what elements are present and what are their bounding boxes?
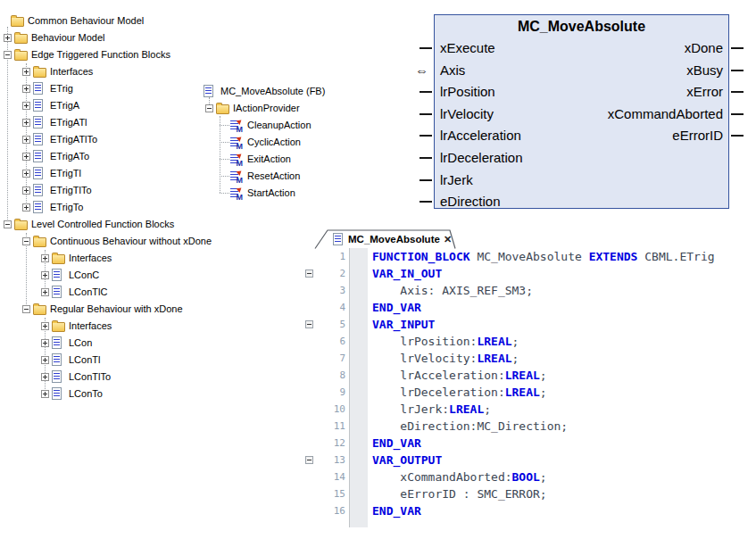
method-arrow-icon (237, 152, 244, 159)
method-icon: M (230, 170, 243, 183)
tree-item-edge-triggered-function-blocks[interactable]: Edge Triggered Function Blocks (0, 46, 303, 63)
code-text: VAR_IN_OUT (368, 265, 442, 282)
code-text: lrDeceleration:LREAL; (368, 384, 547, 401)
line-number: 14 (315, 469, 350, 485)
expand-plus-icon[interactable] (22, 102, 30, 110)
fold-margin (303, 485, 315, 502)
pou-icon (52, 387, 62, 400)
fb-output-pin-xerror: xError (544, 82, 728, 102)
expand-plus-icon[interactable] (22, 187, 30, 195)
code-text: eErrorID : SMC_ERROR; (368, 485, 547, 502)
pou-icon (33, 201, 43, 213)
expand-plus-icon[interactable] (22, 153, 30, 161)
code-text: lrPosition:LREAL; (368, 333, 519, 350)
code-segment: LREAL (505, 369, 540, 382)
expand-plus-icon[interactable] (22, 68, 30, 76)
fold-margin (303, 299, 315, 316)
code-segment: ; (512, 352, 519, 365)
expand-plus-icon[interactable] (41, 390, 49, 398)
expand-plus-icon[interactable] (41, 271, 49, 279)
tree-item-lconto[interactable]: LConTo (0, 386, 303, 402)
pou-icon (52, 353, 62, 366)
tree-item-interfaces[interactable]: Interfaces (0, 63, 303, 80)
breakpoint-margin (350, 350, 368, 367)
code-segment: END_VAR (372, 504, 421, 518)
tree-guide-stub (220, 159, 229, 160)
code-text: END_VAR (368, 435, 421, 452)
code-text: END_VAR (368, 502, 421, 519)
tree-item-continuous-behaviour-without-xdone[interactable]: Continuous Behaviour without xDone (0, 233, 303, 250)
code-segment: END_VAR (372, 436, 421, 450)
fold-margin (303, 469, 315, 485)
code-line: 2VAR_IN_OUT (303, 265, 756, 282)
collapse-minus-icon[interactable] (4, 51, 12, 59)
expand-plus-icon[interactable] (41, 339, 49, 347)
tree-item-lcon[interactable]: LCon (0, 335, 303, 352)
code-text: END_VAR (368, 299, 421, 316)
line-number: 11 (315, 418, 350, 435)
code-line: 5VAR_INPUT (303, 316, 756, 333)
tree-item-behaviour-model[interactable]: Behaviour Model (0, 29, 303, 46)
code-segment: lrVelocity: (372, 352, 477, 365)
tree-item-lcontl[interactable]: LConTl (0, 352, 303, 369)
tree-item-interfaces[interactable]: Interfaces (0, 250, 303, 267)
code-editor[interactable]: 1FUNCTION_BLOCK MC_MoveAbsolute EXTENDS … (303, 248, 756, 527)
code-segment: LREAL (477, 352, 511, 365)
fb-pin-label: lrPosition (440, 84, 495, 99)
expand-plus-icon[interactable] (41, 288, 49, 296)
code-line: 10 lrJerk:LREAL; (303, 401, 756, 418)
expand-plus-icon[interactable] (22, 203, 30, 211)
fold-margin (303, 519, 315, 527)
expand-plus-icon[interactable] (41, 356, 49, 364)
expand-plus-icon[interactable] (22, 136, 30, 144)
folder-icon (52, 322, 65, 332)
code-segment: END_VAR (372, 301, 421, 314)
fb-pin-label: xCommandAborted (608, 106, 723, 121)
fb-pin-label: xBusy (686, 62, 723, 78)
collapse-minus-icon[interactable] (22, 237, 30, 245)
tree-item-label: Continuous Behaviour without xDone (50, 233, 212, 250)
folder-icon (33, 237, 46, 247)
fold-collapse-icon[interactable] (305, 270, 313, 278)
collapse-minus-icon[interactable] (22, 305, 30, 313)
expand-plus-icon[interactable] (41, 254, 49, 262)
tree-item-regular-behaviour-with-xdone[interactable]: Regular Behaviour with xDone (0, 301, 303, 318)
tree-item-level-controlled-function-blocks[interactable]: Level Controlled Function Blocks (0, 216, 303, 233)
breakpoint-margin (350, 435, 368, 452)
tree-item-lcontlc[interactable]: LConTlC (0, 284, 303, 301)
tree-item-lconc[interactable]: LConC (0, 267, 303, 284)
tree-item-label: LConTlC (69, 284, 107, 301)
tab-close-icon[interactable]: ✕ (444, 230, 452, 248)
line-number: 2 (315, 265, 350, 282)
tree-item-label: LConTl (69, 352, 100, 369)
method-m-glyph: M (237, 126, 244, 134)
tree-item-interfaces[interactable]: Interfaces (0, 318, 303, 335)
line-number (315, 519, 350, 527)
breakpoint-margin (350, 316, 368, 333)
code-segment: VAR_IN_OUT (372, 267, 442, 280)
editor-tab[interactable]: MC_MoveAbsolute (348, 230, 440, 248)
code-line: 12END_VAR (303, 435, 756, 452)
fold-margin (303, 333, 315, 350)
tree-item-common-behaviour-model[interactable]: Common Behaviour Model (0, 12, 303, 29)
expand-plus-icon[interactable] (41, 373, 49, 381)
tree-item-label: LConTo (69, 386, 103, 402)
breakpoint-margin (350, 265, 368, 282)
tree-item-label: Regular Behaviour with xDone (50, 301, 183, 318)
collapse-minus-icon[interactable] (205, 104, 213, 112)
tree-item-lcontlto[interactable]: LConTlTo (0, 369, 303, 386)
code-line: 16END_VAR (303, 502, 756, 519)
tree-item-label: ETrigA (50, 97, 79, 114)
expand-plus-icon[interactable] (22, 119, 30, 127)
codesys-workspace: Common Behaviour ModelBehaviour ModelEdg… (0, 0, 756, 539)
fb-output-pin-xdone: xDone (544, 38, 728, 58)
fold-margin (303, 401, 315, 418)
collapse-minus-icon[interactable] (4, 220, 12, 228)
fold-collapse-icon[interactable] (305, 456, 313, 464)
fold-collapse-icon[interactable] (305, 320, 313, 328)
line-number: 16 (315, 502, 350, 519)
expand-plus-icon[interactable] (41, 322, 49, 330)
expand-plus-icon[interactable] (4, 34, 12, 42)
expand-plus-icon[interactable] (22, 85, 30, 93)
expand-plus-icon[interactable] (22, 170, 30, 178)
